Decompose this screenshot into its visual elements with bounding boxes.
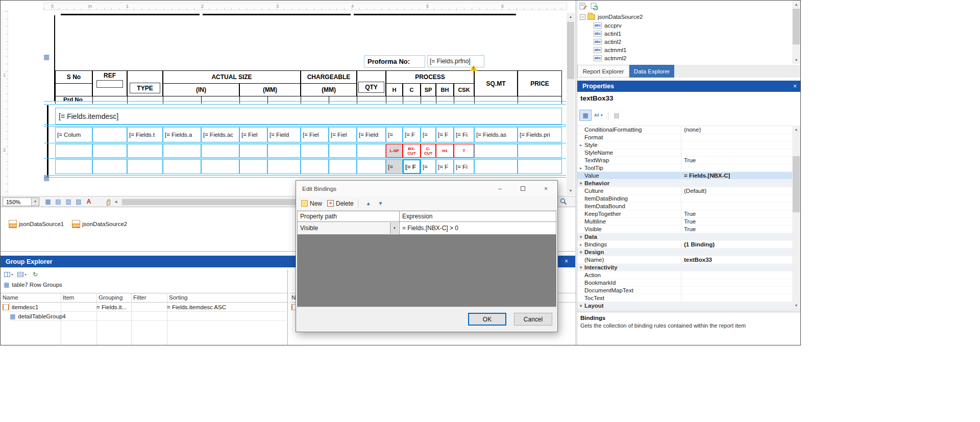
tab-report-explorer[interactable]: Report Explorer <box>577 65 629 78</box>
property-path-combobox[interactable]: Visible ▼ <box>297 222 399 235</box>
process-label-cell[interactable]: H1 <box>436 144 454 158</box>
itemdesc-textbox[interactable]: [= Fields.itemdesc] <box>55 108 562 125</box>
properties-titlebar[interactable]: Properties <box>577 81 801 92</box>
property-row-name[interactable]: (Name)textBox33 <box>577 256 792 264</box>
table-cell[interactable]: [= Fi <box>454 159 474 174</box>
header-cell-ref[interactable]: REF <box>92 70 127 96</box>
snap-lines-button[interactable]: ▤ <box>54 197 63 206</box>
row-handle-icon[interactable]: ▦ <box>43 175 50 182</box>
detail-cell[interactable]: [= Fields.pri <box>518 127 562 142</box>
property-value[interactable]: = Fields.[NBX-C] <box>681 172 792 180</box>
ref-textbox[interactable] <box>96 80 123 88</box>
move-up-button[interactable]: ▲ <box>366 201 371 206</box>
categorized-view-button[interactable]: ▦ <box>579 110 592 121</box>
detail-cell[interactable]: [= Fields.ac <box>201 127 239 142</box>
expression-cell[interactable]: = Fields.[NBX-C] > 0 <box>399 222 556 235</box>
selected-textbox-cell[interactable]: [= F <box>403 159 421 174</box>
detail-cell[interactable]: [= <box>421 127 436 142</box>
property-value[interactable] <box>681 141 792 149</box>
chevron-down-icon[interactable]: ▼ <box>31 198 39 206</box>
table-cell[interactable] <box>55 159 92 174</box>
collapse-icon[interactable]: ▾ <box>577 181 584 186</box>
refresh-button[interactable]: ↻ <box>29 270 41 279</box>
alphabetical-view-button[interactable]: AZ▼ <box>593 110 605 121</box>
table-select-handle-icon[interactable]: ▦ <box>43 54 50 61</box>
type-textbox[interactable]: TYPE <box>130 83 160 93</box>
empty-cell[interactable] <box>267 144 301 158</box>
new-binding-button[interactable]: New <box>301 200 322 207</box>
process-label-cell[interactable]: BX- CUT <box>403 144 421 158</box>
column-header-property-path[interactable]: Property path <box>297 211 399 222</box>
header-cell-qty[interactable]: QTY <box>357 70 386 96</box>
property-category-interactivity[interactable]: ▾Interactivity <box>577 264 792 271</box>
close-button[interactable]: × <box>534 181 557 196</box>
property-row-bindings[interactable]: ▸Bindings(1 Binding) <box>577 241 792 249</box>
collapse-icon[interactable]: ▾ <box>577 250 584 255</box>
detail-cell[interactable]: [= Fiel <box>329 127 357 142</box>
property-row-multiline[interactable]: MultilineTrue <box>577 218 792 226</box>
close-icon[interactable]: × <box>562 257 571 266</box>
empty-cell[interactable] <box>55 144 92 158</box>
property-row-conditionalformatting[interactable]: ConditionalFormatting(none) <box>577 126 792 134</box>
zoom-fit-icon[interactable] <box>560 198 567 207</box>
edit-datasource-button[interactable] <box>579 2 587 12</box>
header-cell-prdno[interactable]: Prd No <box>56 96 92 104</box>
tree-field-actinl2[interactable]: abcactinl2 <box>594 38 788 46</box>
column-header-grouping[interactable]: Grouping <box>99 294 122 301</box>
scroll-left-arrow[interactable]: ◄ <box>114 200 118 204</box>
property-value[interactable] <box>681 134 792 141</box>
table-cell[interactable] <box>301 159 329 174</box>
table-cell[interactable] <box>357 159 386 174</box>
property-row-visible[interactable]: VisibleTrue <box>577 226 792 233</box>
design-surface[interactable]: 0in123456 12 Proforma No: [= Fields.prfn… <box>1 1 575 207</box>
group-row-itemdesc1[interactable]: itemdesc1 = Fields.it... = Fields.itemde… <box>3 303 286 312</box>
table-cell[interactable] <box>267 159 301 174</box>
snap-grid-button[interactable]: ▥ <box>64 197 73 206</box>
empty-cell[interactable] <box>329 144 357 158</box>
property-row-tooltip[interactable]: ▸ToolTip <box>577 164 792 172</box>
empty-cell[interactable] <box>518 144 562 158</box>
property-value[interactable] <box>681 195 792 203</box>
scroll-up-arrow[interactable]: ▲ <box>792 1 800 8</box>
header-cell-chargeable-mm[interactable]: (MM) <box>301 83 357 96</box>
table-cell[interactable] <box>163 159 201 174</box>
column-header-item[interactable]: Item <box>63 294 74 301</box>
scroll-down-arrow[interactable]: ▼ <box>792 56 800 64</box>
scroll-down-arrow[interactable]: ▼ <box>567 187 575 195</box>
property-value[interactable] <box>681 271 792 279</box>
property-row-action[interactable]: Action <box>577 271 792 279</box>
move-down-button[interactable]: ▼ <box>378 201 383 206</box>
property-value[interactable] <box>681 279 792 287</box>
column-header-sorting[interactable]: Sorting <box>169 294 187 301</box>
tree-scrollbar[interactable]: ▲ ▼ <box>792 1 800 64</box>
detail-cell[interactable]: [= Fi <box>454 127 474 142</box>
datasource-item-1[interactable]: JSON jsonDataSource1 <box>9 219 64 229</box>
property-value[interactable] <box>681 287 792 294</box>
header-cell-in[interactable]: (IN) <box>163 83 239 96</box>
delete-binding-button[interactable]: × Delete <box>327 200 354 207</box>
pan-hand-icon[interactable] <box>105 198 112 207</box>
property-row-bookmarkid[interactable]: BookmarkId <box>577 279 792 287</box>
preview-button[interactable]: ▨ <box>74 197 83 206</box>
table-cell[interactable] <box>329 159 357 174</box>
table-cell[interactable] <box>518 159 562 174</box>
table-cell[interactable]: [= F <box>436 159 454 174</box>
ok-button[interactable]: OK <box>468 313 506 326</box>
table-cell[interactable] <box>201 159 239 174</box>
column-header-name[interactable]: Name <box>3 294 18 301</box>
empty-cell[interactable] <box>239 144 267 158</box>
scroll-up-arrow[interactable]: ▲ <box>792 126 800 133</box>
property-row-itemdatabinding[interactable]: ItemDataBinding <box>577 195 792 203</box>
grid-view-button[interactable]: ▦ <box>43 197 53 206</box>
property-row-documentmaptext[interactable]: DocumentMapText <box>577 287 792 294</box>
header-cell-process[interactable]: PROCESS <box>386 70 474 84</box>
property-value[interactable]: True <box>681 218 792 226</box>
process-label-cell[interactable]: L-SP <box>386 144 403 158</box>
chevron-down-icon[interactable]: ▼ <box>390 222 399 234</box>
detail-cell[interactable]: [= <box>386 127 403 142</box>
detail-cell[interactable]: [= F <box>436 127 454 142</box>
header-cell-actual-size[interactable]: ACTUAL SIZE <box>163 70 301 84</box>
property-value[interactable]: (1 Binding) <box>681 241 792 249</box>
header-cell-sno[interactable]: S No <box>55 70 92 84</box>
detail-cell[interactable] <box>92 127 127 142</box>
